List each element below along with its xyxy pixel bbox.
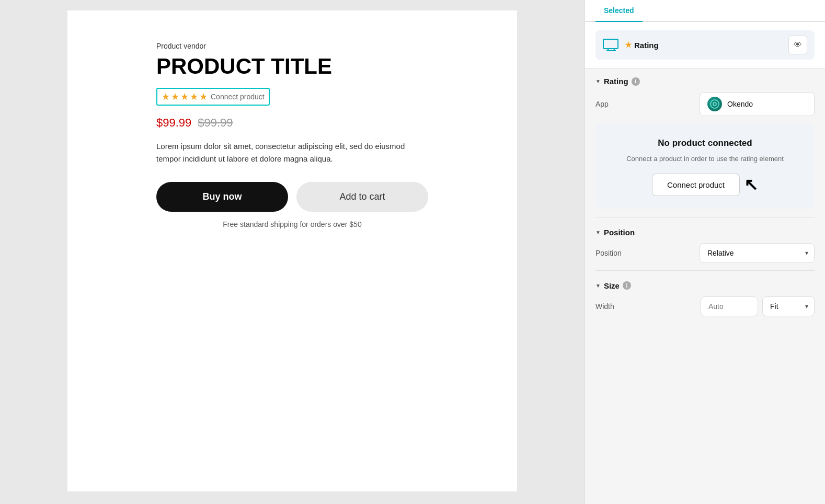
eye-icon: 👁 [794, 40, 802, 50]
section-divider-1 [595, 217, 815, 217]
selected-item-name: ★ Rating [625, 40, 659, 50]
product-description: Lorem ipsum dolor sit amet, consectetur … [156, 140, 428, 165]
right-panel: Selected ★ Rating [585, 0, 825, 504]
price-sale: $99.99 [156, 116, 191, 130]
cursor-icon: ↖ [744, 176, 758, 193]
position-select-wrapper: Relative Absolute Fixed Sticky ▾ [700, 243, 815, 263]
svg-rect-0 [603, 39, 618, 49]
chevron-down-icon: ▼ [595, 78, 601, 84]
price-row: $99.99 $99.99 [156, 116, 428, 130]
product-card: Product vendor PRODUCT TITLE ★★★★★ Conne… [67, 10, 517, 491]
tab-selected[interactable]: Selected [595, 0, 643, 22]
position-section-header[interactable]: ▼ Position [595, 220, 815, 243]
fit-select[interactable]: Fit Fill Fixed [762, 296, 815, 316]
position-select[interactable]: Relative Absolute Fixed Sticky [700, 243, 815, 263]
no-product-box: No product connected Connect a product i… [595, 123, 815, 209]
position-chevron-icon: ▼ [595, 230, 601, 235]
section-divider-2 [595, 270, 815, 271]
buy-now-button[interactable]: Buy now [156, 182, 288, 212]
rating-section-title: Rating [604, 77, 628, 86]
app-name: Okendo [727, 100, 753, 108]
size-inputs: Fit Fill Fixed ▾ [701, 296, 815, 316]
product-title: PRODUCT TITLE [156, 54, 428, 78]
svg-point-4 [711, 100, 719, 108]
app-value: Okendo [700, 92, 815, 116]
button-row: Buy now Add to cart [156, 182, 428, 212]
size-section-title: Size [604, 281, 620, 290]
size-section-header[interactable]: ▼ Size i [595, 273, 815, 296]
width-row: Width Fit Fill Fixed ▾ [595, 296, 815, 316]
okendo-icon [707, 97, 722, 111]
position-row: Position Relative Absolute Fixed Sticky … [595, 243, 815, 263]
monitor-icon [603, 39, 620, 51]
rating-box[interactable]: ★★★★★ Connect product [156, 88, 270, 106]
stars-icon: ★★★★★ [162, 91, 209, 102]
position-section-title: Position [604, 228, 635, 237]
connect-product-button[interactable]: Connect product [652, 174, 740, 196]
size-info-icon[interactable]: i [623, 281, 631, 290]
rating-section-header[interactable]: ▼ Rating i [595, 68, 815, 92]
position-label: Position [595, 249, 622, 257]
width-label: Width [595, 302, 614, 311]
fit-select-wrapper: Fit Fill Fixed ▾ [762, 296, 815, 316]
price-original: $99.99 [198, 116, 233, 130]
selected-item-row: ★ Rating 👁 [595, 30, 815, 60]
add-to-cart-button[interactable]: Add to cart [296, 182, 428, 212]
visibility-toggle-button[interactable]: 👁 [788, 36, 807, 54]
size-chevron-icon: ▼ [595, 283, 601, 289]
selected-item-left: ★ Rating [603, 39, 659, 51]
app-label: App [595, 100, 609, 108]
preview-area: Product vendor PRODUCT TITLE ★★★★★ Conne… [0, 0, 585, 504]
width-input[interactable] [701, 296, 758, 316]
svg-point-5 [713, 102, 716, 106]
properties-panel: ▼ Rating i App Okendo No product connect… [585, 68, 825, 324]
rating-row: ★★★★★ Connect product [156, 88, 428, 106]
no-product-title: No product connected [606, 138, 804, 148]
no-product-description: Connect a product in order to use the ra… [606, 154, 804, 164]
selected-section: ★ Rating 👁 [585, 22, 825, 68]
star-icon: ★ [625, 40, 632, 50]
app-row: App Okendo [595, 92, 815, 116]
product-vendor: Product vendor [156, 42, 428, 50]
connect-product-text: Connect product [211, 93, 265, 101]
connect-btn-row: Connect product ↖ [606, 174, 804, 196]
shipping-text: Free standard shipping for orders over $… [156, 220, 428, 228]
panel-tabs: Selected [585, 0, 825, 22]
rating-info-icon[interactable]: i [632, 77, 640, 86]
